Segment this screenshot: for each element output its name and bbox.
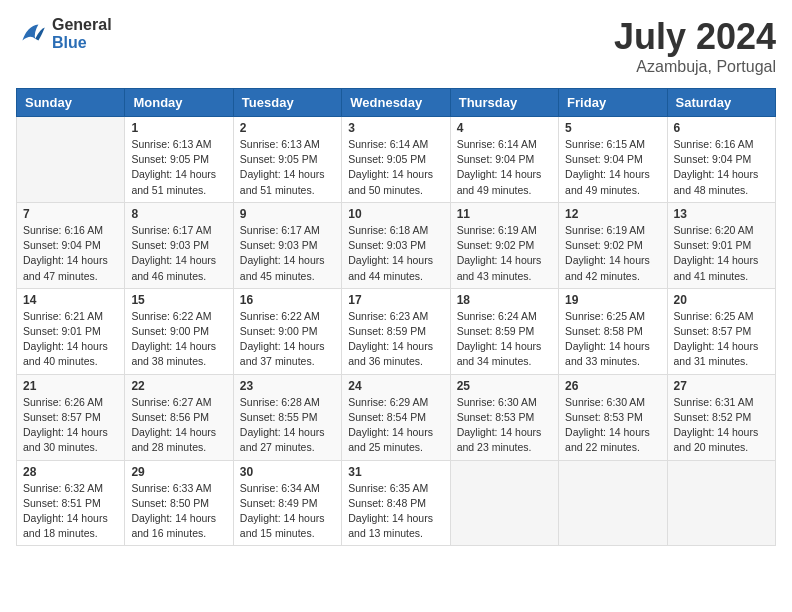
calendar-week-2: 7Sunrise: 6:16 AM Sunset: 9:04 PM Daylig… (17, 202, 776, 288)
day-number: 23 (240, 379, 335, 393)
day-info: Sunrise: 6:20 AM Sunset: 9:01 PM Dayligh… (674, 223, 769, 284)
day-info: Sunrise: 6:14 AM Sunset: 9:05 PM Dayligh… (348, 137, 443, 198)
day-number: 1 (131, 121, 226, 135)
day-info: Sunrise: 6:29 AM Sunset: 8:54 PM Dayligh… (348, 395, 443, 456)
calendar-cell: 27Sunrise: 6:31 AM Sunset: 8:52 PM Dayli… (667, 374, 775, 460)
day-number: 29 (131, 465, 226, 479)
day-number: 12 (565, 207, 660, 221)
calendar-cell: 25Sunrise: 6:30 AM Sunset: 8:53 PM Dayli… (450, 374, 558, 460)
day-info: Sunrise: 6:22 AM Sunset: 9:00 PM Dayligh… (131, 309, 226, 370)
day-number: 25 (457, 379, 552, 393)
day-number: 26 (565, 379, 660, 393)
day-number: 9 (240, 207, 335, 221)
day-info: Sunrise: 6:14 AM Sunset: 9:04 PM Dayligh… (457, 137, 552, 198)
day-number: 3 (348, 121, 443, 135)
calendar-week-4: 21Sunrise: 6:26 AM Sunset: 8:57 PM Dayli… (17, 374, 776, 460)
day-number: 2 (240, 121, 335, 135)
calendar-cell (559, 460, 667, 546)
calendar-cell: 21Sunrise: 6:26 AM Sunset: 8:57 PM Dayli… (17, 374, 125, 460)
calendar-cell: 24Sunrise: 6:29 AM Sunset: 8:54 PM Dayli… (342, 374, 450, 460)
calendar-cell: 1Sunrise: 6:13 AM Sunset: 9:05 PM Daylig… (125, 117, 233, 203)
calendar-cell: 30Sunrise: 6:34 AM Sunset: 8:49 PM Dayli… (233, 460, 341, 546)
day-number: 4 (457, 121, 552, 135)
calendar-table: SundayMondayTuesdayWednesdayThursdayFrid… (16, 88, 776, 546)
calendar-cell: 26Sunrise: 6:30 AM Sunset: 8:53 PM Dayli… (559, 374, 667, 460)
day-info: Sunrise: 6:23 AM Sunset: 8:59 PM Dayligh… (348, 309, 443, 370)
calendar-cell: 13Sunrise: 6:20 AM Sunset: 9:01 PM Dayli… (667, 202, 775, 288)
day-info: Sunrise: 6:16 AM Sunset: 9:04 PM Dayligh… (674, 137, 769, 198)
day-number: 31 (348, 465, 443, 479)
weekday-header-tuesday: Tuesday (233, 89, 341, 117)
title-block: July 2024 Azambuja, Portugal (614, 16, 776, 76)
weekday-header-saturday: Saturday (667, 89, 775, 117)
calendar-cell: 2Sunrise: 6:13 AM Sunset: 9:05 PM Daylig… (233, 117, 341, 203)
day-info: Sunrise: 6:19 AM Sunset: 9:02 PM Dayligh… (565, 223, 660, 284)
day-info: Sunrise: 6:30 AM Sunset: 8:53 PM Dayligh… (565, 395, 660, 456)
calendar-cell: 23Sunrise: 6:28 AM Sunset: 8:55 PM Dayli… (233, 374, 341, 460)
weekday-header-thursday: Thursday (450, 89, 558, 117)
day-info: Sunrise: 6:13 AM Sunset: 9:05 PM Dayligh… (131, 137, 226, 198)
day-number: 30 (240, 465, 335, 479)
day-info: Sunrise: 6:17 AM Sunset: 9:03 PM Dayligh… (240, 223, 335, 284)
day-info: Sunrise: 6:31 AM Sunset: 8:52 PM Dayligh… (674, 395, 769, 456)
day-info: Sunrise: 6:16 AM Sunset: 9:04 PM Dayligh… (23, 223, 118, 284)
day-number: 5 (565, 121, 660, 135)
day-info: Sunrise: 6:35 AM Sunset: 8:48 PM Dayligh… (348, 481, 443, 542)
calendar-week-5: 28Sunrise: 6:32 AM Sunset: 8:51 PM Dayli… (17, 460, 776, 546)
day-number: 28 (23, 465, 118, 479)
calendar-week-3: 14Sunrise: 6:21 AM Sunset: 9:01 PM Dayli… (17, 288, 776, 374)
day-number: 19 (565, 293, 660, 307)
day-number: 20 (674, 293, 769, 307)
day-info: Sunrise: 6:25 AM Sunset: 8:57 PM Dayligh… (674, 309, 769, 370)
day-info: Sunrise: 6:32 AM Sunset: 8:51 PM Dayligh… (23, 481, 118, 542)
day-number: 7 (23, 207, 118, 221)
month-year-title: July 2024 (614, 16, 776, 58)
calendar-cell: 20Sunrise: 6:25 AM Sunset: 8:57 PM Dayli… (667, 288, 775, 374)
calendar-cell: 19Sunrise: 6:25 AM Sunset: 8:58 PM Dayli… (559, 288, 667, 374)
day-info: Sunrise: 6:15 AM Sunset: 9:04 PM Dayligh… (565, 137, 660, 198)
calendar-cell: 5Sunrise: 6:15 AM Sunset: 9:04 PM Daylig… (559, 117, 667, 203)
calendar-cell: 9Sunrise: 6:17 AM Sunset: 9:03 PM Daylig… (233, 202, 341, 288)
calendar-cell: 29Sunrise: 6:33 AM Sunset: 8:50 PM Dayli… (125, 460, 233, 546)
day-info: Sunrise: 6:22 AM Sunset: 9:00 PM Dayligh… (240, 309, 335, 370)
logo-icon (16, 18, 48, 50)
day-number: 15 (131, 293, 226, 307)
calendar-cell: 31Sunrise: 6:35 AM Sunset: 8:48 PM Dayli… (342, 460, 450, 546)
calendar-cell (17, 117, 125, 203)
calendar-cell: 16Sunrise: 6:22 AM Sunset: 9:00 PM Dayli… (233, 288, 341, 374)
day-number: 11 (457, 207, 552, 221)
logo: General Blue (16, 16, 112, 52)
calendar-cell: 7Sunrise: 6:16 AM Sunset: 9:04 PM Daylig… (17, 202, 125, 288)
weekday-header-sunday: Sunday (17, 89, 125, 117)
day-info: Sunrise: 6:17 AM Sunset: 9:03 PM Dayligh… (131, 223, 226, 284)
calendar-cell: 14Sunrise: 6:21 AM Sunset: 9:01 PM Dayli… (17, 288, 125, 374)
calendar-week-1: 1Sunrise: 6:13 AM Sunset: 9:05 PM Daylig… (17, 117, 776, 203)
day-number: 24 (348, 379, 443, 393)
day-info: Sunrise: 6:19 AM Sunset: 9:02 PM Dayligh… (457, 223, 552, 284)
day-info: Sunrise: 6:13 AM Sunset: 9:05 PM Dayligh… (240, 137, 335, 198)
day-number: 21 (23, 379, 118, 393)
day-info: Sunrise: 6:24 AM Sunset: 8:59 PM Dayligh… (457, 309, 552, 370)
calendar-cell: 11Sunrise: 6:19 AM Sunset: 9:02 PM Dayli… (450, 202, 558, 288)
day-info: Sunrise: 6:33 AM Sunset: 8:50 PM Dayligh… (131, 481, 226, 542)
calendar-cell: 10Sunrise: 6:18 AM Sunset: 9:03 PM Dayli… (342, 202, 450, 288)
calendar-cell: 15Sunrise: 6:22 AM Sunset: 9:00 PM Dayli… (125, 288, 233, 374)
calendar-cell: 17Sunrise: 6:23 AM Sunset: 8:59 PM Dayli… (342, 288, 450, 374)
day-info: Sunrise: 6:25 AM Sunset: 8:58 PM Dayligh… (565, 309, 660, 370)
calendar-cell (450, 460, 558, 546)
logo-text: General Blue (52, 16, 112, 52)
page-header: General Blue July 2024 Azambuja, Portuga… (16, 16, 776, 76)
weekday-header-monday: Monday (125, 89, 233, 117)
day-number: 8 (131, 207, 226, 221)
calendar-cell: 8Sunrise: 6:17 AM Sunset: 9:03 PM Daylig… (125, 202, 233, 288)
calendar-cell: 6Sunrise: 6:16 AM Sunset: 9:04 PM Daylig… (667, 117, 775, 203)
day-number: 10 (348, 207, 443, 221)
weekday-header-row: SundayMondayTuesdayWednesdayThursdayFrid… (17, 89, 776, 117)
location-subtitle: Azambuja, Portugal (614, 58, 776, 76)
day-number: 22 (131, 379, 226, 393)
day-number: 17 (348, 293, 443, 307)
calendar-cell: 18Sunrise: 6:24 AM Sunset: 8:59 PM Dayli… (450, 288, 558, 374)
day-number: 14 (23, 293, 118, 307)
day-info: Sunrise: 6:34 AM Sunset: 8:49 PM Dayligh… (240, 481, 335, 542)
day-info: Sunrise: 6:18 AM Sunset: 9:03 PM Dayligh… (348, 223, 443, 284)
